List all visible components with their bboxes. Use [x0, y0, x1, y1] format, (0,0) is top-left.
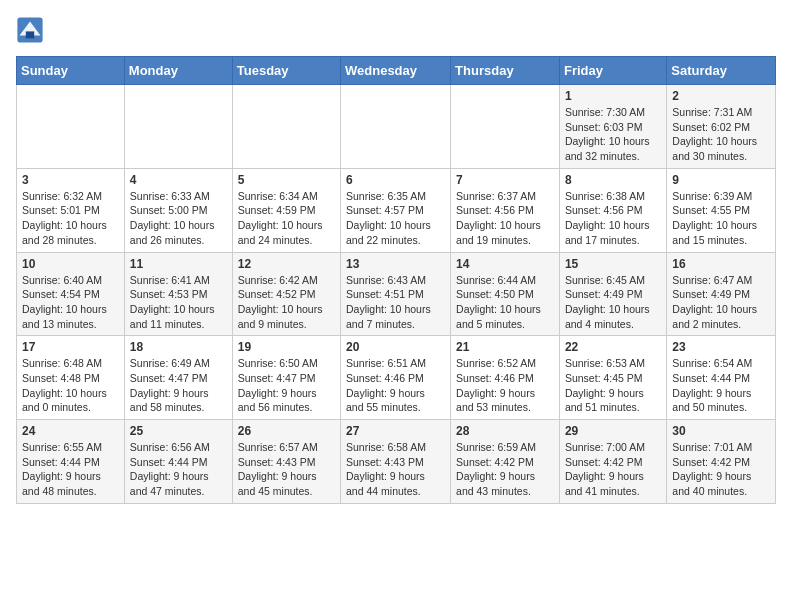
calendar-cell: 12Sunrise: 6:42 AM Sunset: 4:52 PM Dayli… [232, 252, 340, 336]
day-number: 4 [130, 173, 227, 187]
calendar-cell: 4Sunrise: 6:33 AM Sunset: 5:00 PM Daylig… [124, 168, 232, 252]
day-info: Sunrise: 7:31 AM Sunset: 6:02 PM Dayligh… [672, 105, 770, 164]
column-header-sunday: Sunday [17, 57, 125, 85]
day-info: Sunrise: 6:34 AM Sunset: 4:59 PM Dayligh… [238, 189, 335, 248]
day-info: Sunrise: 6:55 AM Sunset: 4:44 PM Dayligh… [22, 440, 119, 499]
day-number: 2 [672, 89, 770, 103]
day-info: Sunrise: 6:33 AM Sunset: 5:00 PM Dayligh… [130, 189, 227, 248]
calendar-cell: 19Sunrise: 6:50 AM Sunset: 4:47 PM Dayli… [232, 336, 340, 420]
calendar-cell: 6Sunrise: 6:35 AM Sunset: 4:57 PM Daylig… [341, 168, 451, 252]
calendar-table: SundayMondayTuesdayWednesdayThursdayFrid… [16, 56, 776, 504]
calendar-cell: 1Sunrise: 7:30 AM Sunset: 6:03 PM Daylig… [559, 85, 666, 169]
day-info: Sunrise: 6:57 AM Sunset: 4:43 PM Dayligh… [238, 440, 335, 499]
calendar-cell: 14Sunrise: 6:44 AM Sunset: 4:50 PM Dayli… [451, 252, 560, 336]
calendar-cell: 9Sunrise: 6:39 AM Sunset: 4:55 PM Daylig… [667, 168, 776, 252]
day-info: Sunrise: 7:30 AM Sunset: 6:03 PM Dayligh… [565, 105, 661, 164]
day-info: Sunrise: 6:38 AM Sunset: 4:56 PM Dayligh… [565, 189, 661, 248]
day-number: 26 [238, 424, 335, 438]
column-header-friday: Friday [559, 57, 666, 85]
calendar-cell: 28Sunrise: 6:59 AM Sunset: 4:42 PM Dayli… [451, 420, 560, 504]
day-info: Sunrise: 6:51 AM Sunset: 4:46 PM Dayligh… [346, 356, 445, 415]
day-info: Sunrise: 6:56 AM Sunset: 4:44 PM Dayligh… [130, 440, 227, 499]
day-number: 3 [22, 173, 119, 187]
day-number: 5 [238, 173, 335, 187]
calendar-cell [341, 85, 451, 169]
calendar-cell: 2Sunrise: 7:31 AM Sunset: 6:02 PM Daylig… [667, 85, 776, 169]
calendar-cell: 10Sunrise: 6:40 AM Sunset: 4:54 PM Dayli… [17, 252, 125, 336]
svg-rect-2 [26, 31, 34, 38]
day-info: Sunrise: 6:40 AM Sunset: 4:54 PM Dayligh… [22, 273, 119, 332]
day-info: Sunrise: 6:48 AM Sunset: 4:48 PM Dayligh… [22, 356, 119, 415]
day-info: Sunrise: 6:37 AM Sunset: 4:56 PM Dayligh… [456, 189, 554, 248]
calendar-cell: 8Sunrise: 6:38 AM Sunset: 4:56 PM Daylig… [559, 168, 666, 252]
calendar-cell: 7Sunrise: 6:37 AM Sunset: 4:56 PM Daylig… [451, 168, 560, 252]
day-number: 17 [22, 340, 119, 354]
calendar-cell [124, 85, 232, 169]
day-number: 11 [130, 257, 227, 271]
calendar-week-4: 17Sunrise: 6:48 AM Sunset: 4:48 PM Dayli… [17, 336, 776, 420]
day-info: Sunrise: 6:35 AM Sunset: 4:57 PM Dayligh… [346, 189, 445, 248]
calendar-cell [17, 85, 125, 169]
calendar-cell: 25Sunrise: 6:56 AM Sunset: 4:44 PM Dayli… [124, 420, 232, 504]
calendar-week-1: 1Sunrise: 7:30 AM Sunset: 6:03 PM Daylig… [17, 85, 776, 169]
day-info: Sunrise: 6:43 AM Sunset: 4:51 PM Dayligh… [346, 273, 445, 332]
calendar-week-3: 10Sunrise: 6:40 AM Sunset: 4:54 PM Dayli… [17, 252, 776, 336]
calendar-cell: 27Sunrise: 6:58 AM Sunset: 4:43 PM Dayli… [341, 420, 451, 504]
calendar-cell: 3Sunrise: 6:32 AM Sunset: 5:01 PM Daylig… [17, 168, 125, 252]
column-header-wednesday: Wednesday [341, 57, 451, 85]
day-number: 22 [565, 340, 661, 354]
day-number: 27 [346, 424, 445, 438]
day-info: Sunrise: 6:45 AM Sunset: 4:49 PM Dayligh… [565, 273, 661, 332]
day-number: 20 [346, 340, 445, 354]
day-info: Sunrise: 6:32 AM Sunset: 5:01 PM Dayligh… [22, 189, 119, 248]
calendar-cell [232, 85, 340, 169]
day-number: 30 [672, 424, 770, 438]
day-info: Sunrise: 7:00 AM Sunset: 4:42 PM Dayligh… [565, 440, 661, 499]
day-info: Sunrise: 6:47 AM Sunset: 4:49 PM Dayligh… [672, 273, 770, 332]
day-number: 15 [565, 257, 661, 271]
day-info: Sunrise: 6:50 AM Sunset: 4:47 PM Dayligh… [238, 356, 335, 415]
day-info: Sunrise: 6:49 AM Sunset: 4:47 PM Dayligh… [130, 356, 227, 415]
day-number: 8 [565, 173, 661, 187]
calendar-week-5: 24Sunrise: 6:55 AM Sunset: 4:44 PM Dayli… [17, 420, 776, 504]
day-number: 6 [346, 173, 445, 187]
calendar-cell: 30Sunrise: 7:01 AM Sunset: 4:42 PM Dayli… [667, 420, 776, 504]
calendar-cell: 29Sunrise: 7:00 AM Sunset: 4:42 PM Dayli… [559, 420, 666, 504]
calendar-header-row: SundayMondayTuesdayWednesdayThursdayFrid… [17, 57, 776, 85]
logo-icon [16, 16, 44, 44]
day-info: Sunrise: 6:54 AM Sunset: 4:44 PM Dayligh… [672, 356, 770, 415]
day-number: 14 [456, 257, 554, 271]
calendar-cell: 17Sunrise: 6:48 AM Sunset: 4:48 PM Dayli… [17, 336, 125, 420]
day-info: Sunrise: 6:42 AM Sunset: 4:52 PM Dayligh… [238, 273, 335, 332]
page-header [16, 16, 776, 44]
day-info: Sunrise: 6:58 AM Sunset: 4:43 PM Dayligh… [346, 440, 445, 499]
calendar-cell: 15Sunrise: 6:45 AM Sunset: 4:49 PM Dayli… [559, 252, 666, 336]
day-number: 29 [565, 424, 661, 438]
calendar-cell: 5Sunrise: 6:34 AM Sunset: 4:59 PM Daylig… [232, 168, 340, 252]
calendar-cell: 26Sunrise: 6:57 AM Sunset: 4:43 PM Dayli… [232, 420, 340, 504]
day-number: 19 [238, 340, 335, 354]
calendar-cell: 22Sunrise: 6:53 AM Sunset: 4:45 PM Dayli… [559, 336, 666, 420]
day-info: Sunrise: 6:39 AM Sunset: 4:55 PM Dayligh… [672, 189, 770, 248]
day-number: 28 [456, 424, 554, 438]
column-header-thursday: Thursday [451, 57, 560, 85]
calendar-cell: 16Sunrise: 6:47 AM Sunset: 4:49 PM Dayli… [667, 252, 776, 336]
calendar-cell [451, 85, 560, 169]
calendar-cell: 23Sunrise: 6:54 AM Sunset: 4:44 PM Dayli… [667, 336, 776, 420]
day-info: Sunrise: 6:44 AM Sunset: 4:50 PM Dayligh… [456, 273, 554, 332]
logo [16, 16, 48, 44]
calendar-cell: 11Sunrise: 6:41 AM Sunset: 4:53 PM Dayli… [124, 252, 232, 336]
calendar-cell: 18Sunrise: 6:49 AM Sunset: 4:47 PM Dayli… [124, 336, 232, 420]
column-header-tuesday: Tuesday [232, 57, 340, 85]
day-info: Sunrise: 6:53 AM Sunset: 4:45 PM Dayligh… [565, 356, 661, 415]
calendar-cell: 20Sunrise: 6:51 AM Sunset: 4:46 PM Dayli… [341, 336, 451, 420]
calendar-cell: 24Sunrise: 6:55 AM Sunset: 4:44 PM Dayli… [17, 420, 125, 504]
day-number: 21 [456, 340, 554, 354]
day-number: 16 [672, 257, 770, 271]
day-number: 1 [565, 89, 661, 103]
day-number: 23 [672, 340, 770, 354]
day-info: Sunrise: 6:52 AM Sunset: 4:46 PM Dayligh… [456, 356, 554, 415]
day-number: 9 [672, 173, 770, 187]
day-number: 24 [22, 424, 119, 438]
day-number: 18 [130, 340, 227, 354]
